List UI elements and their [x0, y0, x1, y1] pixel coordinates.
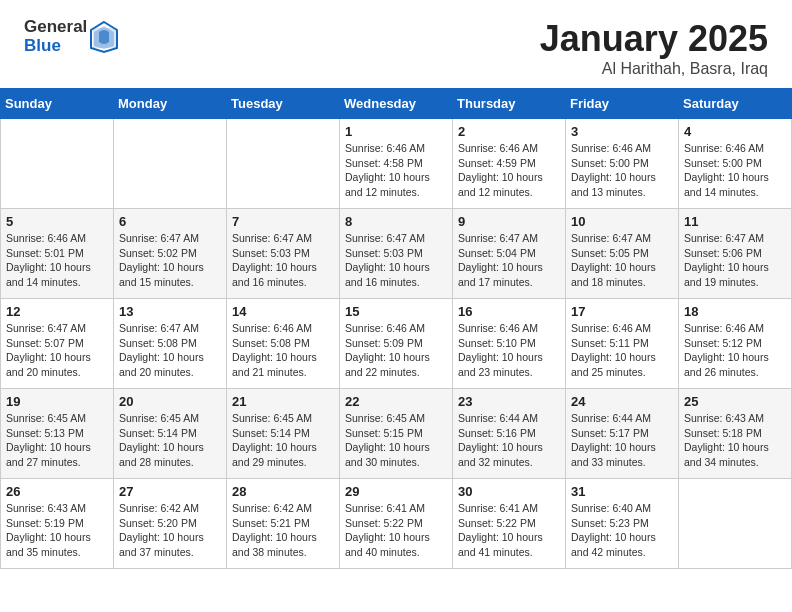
day-number: 19 — [6, 394, 108, 409]
calendar-cell: 13Sunrise: 6:47 AM Sunset: 5:08 PM Dayli… — [114, 299, 227, 389]
day-info: Sunrise: 6:47 AM Sunset: 5:04 PM Dayligh… — [458, 231, 560, 290]
calendar-cell: 9Sunrise: 6:47 AM Sunset: 5:04 PM Daylig… — [453, 209, 566, 299]
calendar-cell: 14Sunrise: 6:46 AM Sunset: 5:08 PM Dayli… — [227, 299, 340, 389]
calendar-cell: 19Sunrise: 6:45 AM Sunset: 5:13 PM Dayli… — [1, 389, 114, 479]
day-info: Sunrise: 6:45 AM Sunset: 5:14 PM Dayligh… — [232, 411, 334, 470]
day-number: 27 — [119, 484, 221, 499]
day-number: 23 — [458, 394, 560, 409]
day-number: 31 — [571, 484, 673, 499]
calendar-header-wednesday: Wednesday — [340, 89, 453, 119]
calendar-week-4: 19Sunrise: 6:45 AM Sunset: 5:13 PM Dayli… — [1, 389, 792, 479]
calendar-table: SundayMondayTuesdayWednesdayThursdayFrid… — [0, 88, 792, 569]
day-number: 11 — [684, 214, 786, 229]
day-info: Sunrise: 6:41 AM Sunset: 5:22 PM Dayligh… — [345, 501, 447, 560]
day-info: Sunrise: 6:46 AM Sunset: 5:00 PM Dayligh… — [571, 141, 673, 200]
calendar-week-1: 1Sunrise: 6:46 AM Sunset: 4:58 PM Daylig… — [1, 119, 792, 209]
day-info: Sunrise: 6:46 AM Sunset: 5:12 PM Dayligh… — [684, 321, 786, 380]
calendar-week-2: 5Sunrise: 6:46 AM Sunset: 5:01 PM Daylig… — [1, 209, 792, 299]
logo-general: General — [24, 18, 87, 37]
day-number: 24 — [571, 394, 673, 409]
day-info: Sunrise: 6:44 AM Sunset: 5:16 PM Dayligh… — [458, 411, 560, 470]
calendar-header-row: SundayMondayTuesdayWednesdayThursdayFrid… — [1, 89, 792, 119]
day-info: Sunrise: 6:42 AM Sunset: 5:20 PM Dayligh… — [119, 501, 221, 560]
calendar-cell: 20Sunrise: 6:45 AM Sunset: 5:14 PM Dayli… — [114, 389, 227, 479]
day-number: 1 — [345, 124, 447, 139]
day-number: 7 — [232, 214, 334, 229]
calendar-cell: 16Sunrise: 6:46 AM Sunset: 5:10 PM Dayli… — [453, 299, 566, 389]
calendar-cell: 17Sunrise: 6:46 AM Sunset: 5:11 PM Dayli… — [566, 299, 679, 389]
calendar-week-5: 26Sunrise: 6:43 AM Sunset: 5:19 PM Dayli… — [1, 479, 792, 569]
day-number: 9 — [458, 214, 560, 229]
calendar-cell: 11Sunrise: 6:47 AM Sunset: 5:06 PM Dayli… — [679, 209, 792, 299]
day-info: Sunrise: 6:40 AM Sunset: 5:23 PM Dayligh… — [571, 501, 673, 560]
logo-icon — [89, 20, 119, 54]
calendar-cell: 6Sunrise: 6:47 AM Sunset: 5:02 PM Daylig… — [114, 209, 227, 299]
calendar-cell: 29Sunrise: 6:41 AM Sunset: 5:22 PM Dayli… — [340, 479, 453, 569]
day-info: Sunrise: 6:46 AM Sunset: 5:10 PM Dayligh… — [458, 321, 560, 380]
calendar-cell: 25Sunrise: 6:43 AM Sunset: 5:18 PM Dayli… — [679, 389, 792, 479]
day-number: 29 — [345, 484, 447, 499]
day-info: Sunrise: 6:44 AM Sunset: 5:17 PM Dayligh… — [571, 411, 673, 470]
logo: General Blue — [24, 18, 119, 55]
calendar-header-monday: Monday — [114, 89, 227, 119]
logo-blue: Blue — [24, 37, 87, 56]
calendar-cell: 5Sunrise: 6:46 AM Sunset: 5:01 PM Daylig… — [1, 209, 114, 299]
calendar-cell: 26Sunrise: 6:43 AM Sunset: 5:19 PM Dayli… — [1, 479, 114, 569]
day-number: 10 — [571, 214, 673, 229]
page-header: General Blue January 2025 Al Harithah, B… — [0, 0, 792, 88]
day-info: Sunrise: 6:47 AM Sunset: 5:03 PM Dayligh… — [345, 231, 447, 290]
calendar-cell: 7Sunrise: 6:47 AM Sunset: 5:03 PM Daylig… — [227, 209, 340, 299]
day-number: 8 — [345, 214, 447, 229]
day-info: Sunrise: 6:46 AM Sunset: 5:09 PM Dayligh… — [345, 321, 447, 380]
day-number: 12 — [6, 304, 108, 319]
day-info: Sunrise: 6:47 AM Sunset: 5:05 PM Dayligh… — [571, 231, 673, 290]
day-info: Sunrise: 6:46 AM Sunset: 5:11 PM Dayligh… — [571, 321, 673, 380]
day-number: 4 — [684, 124, 786, 139]
day-number: 2 — [458, 124, 560, 139]
calendar-cell: 1Sunrise: 6:46 AM Sunset: 4:58 PM Daylig… — [340, 119, 453, 209]
day-info: Sunrise: 6:47 AM Sunset: 5:02 PM Dayligh… — [119, 231, 221, 290]
day-info: Sunrise: 6:46 AM Sunset: 4:58 PM Dayligh… — [345, 141, 447, 200]
day-number: 20 — [119, 394, 221, 409]
calendar-cell: 23Sunrise: 6:44 AM Sunset: 5:16 PM Dayli… — [453, 389, 566, 479]
calendar-header-friday: Friday — [566, 89, 679, 119]
day-info: Sunrise: 6:42 AM Sunset: 5:21 PM Dayligh… — [232, 501, 334, 560]
day-number: 26 — [6, 484, 108, 499]
calendar-header-sunday: Sunday — [1, 89, 114, 119]
calendar-header-tuesday: Tuesday — [227, 89, 340, 119]
day-info: Sunrise: 6:46 AM Sunset: 4:59 PM Dayligh… — [458, 141, 560, 200]
day-info: Sunrise: 6:46 AM Sunset: 5:00 PM Dayligh… — [684, 141, 786, 200]
calendar-cell — [1, 119, 114, 209]
day-info: Sunrise: 6:47 AM Sunset: 5:07 PM Dayligh… — [6, 321, 108, 380]
calendar-cell: 3Sunrise: 6:46 AM Sunset: 5:00 PM Daylig… — [566, 119, 679, 209]
day-info: Sunrise: 6:46 AM Sunset: 5:08 PM Dayligh… — [232, 321, 334, 380]
day-number: 16 — [458, 304, 560, 319]
day-info: Sunrise: 6:45 AM Sunset: 5:14 PM Dayligh… — [119, 411, 221, 470]
day-number: 14 — [232, 304, 334, 319]
day-number: 17 — [571, 304, 673, 319]
calendar-cell: 22Sunrise: 6:45 AM Sunset: 5:15 PM Dayli… — [340, 389, 453, 479]
day-number: 13 — [119, 304, 221, 319]
day-info: Sunrise: 6:45 AM Sunset: 5:13 PM Dayligh… — [6, 411, 108, 470]
calendar-cell: 28Sunrise: 6:42 AM Sunset: 5:21 PM Dayli… — [227, 479, 340, 569]
calendar-cell: 15Sunrise: 6:46 AM Sunset: 5:09 PM Dayli… — [340, 299, 453, 389]
calendar-cell — [114, 119, 227, 209]
calendar-cell: 12Sunrise: 6:47 AM Sunset: 5:07 PM Dayli… — [1, 299, 114, 389]
calendar-cell: 8Sunrise: 6:47 AM Sunset: 5:03 PM Daylig… — [340, 209, 453, 299]
page-title: January 2025 — [540, 18, 768, 60]
day-info: Sunrise: 6:47 AM Sunset: 5:08 PM Dayligh… — [119, 321, 221, 380]
day-number: 22 — [345, 394, 447, 409]
day-info: Sunrise: 6:43 AM Sunset: 5:18 PM Dayligh… — [684, 411, 786, 470]
calendar-cell — [227, 119, 340, 209]
calendar-cell: 30Sunrise: 6:41 AM Sunset: 5:22 PM Dayli… — [453, 479, 566, 569]
title-block: January 2025 Al Harithah, Basra, Iraq — [540, 18, 768, 78]
day-number: 21 — [232, 394, 334, 409]
day-info: Sunrise: 6:47 AM Sunset: 5:03 PM Dayligh… — [232, 231, 334, 290]
day-number: 3 — [571, 124, 673, 139]
day-number: 6 — [119, 214, 221, 229]
calendar-cell: 27Sunrise: 6:42 AM Sunset: 5:20 PM Dayli… — [114, 479, 227, 569]
calendar-week-3: 12Sunrise: 6:47 AM Sunset: 5:07 PM Dayli… — [1, 299, 792, 389]
page-subtitle: Al Harithah, Basra, Iraq — [540, 60, 768, 78]
calendar-cell: 24Sunrise: 6:44 AM Sunset: 5:17 PM Dayli… — [566, 389, 679, 479]
calendar-header-thursday: Thursday — [453, 89, 566, 119]
